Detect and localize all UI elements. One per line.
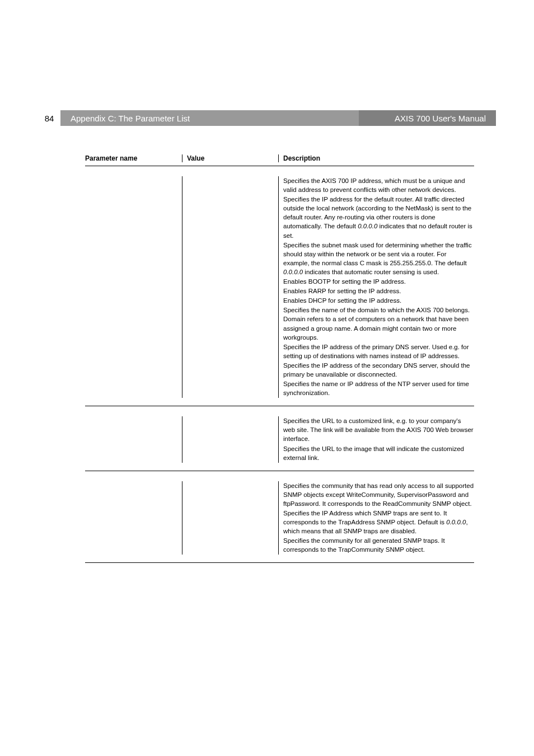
description-paragraph: Specifies the IP address of the secondar… [283,361,474,379]
appendix-title: Appendix C: The Parameter List [71,114,190,123]
header-right-section: AXIS 700 User's Manual [359,110,496,126]
description-cell: Specifies the AXIS 700 IP address, which… [279,176,474,398]
description-paragraph: Specifies the IP Address which SNMP trap… [283,509,474,536]
header-left-section: Appendix C: The Parameter List [60,110,359,126]
description-text: Specifies the AXIS 700 IP address, which… [283,177,465,193]
table-header-row: Parameter name Value Description [85,154,474,166]
table-section: Specifies the URL to a customized link, … [85,416,474,471]
description-text: Specifies the IP Address which SNMP trap… [283,510,447,525]
manual-title: AXIS 700 User's Manual [395,114,486,123]
table-content: Parameter name Value Description Specifi… [85,154,474,573]
description-text: 0.0.0.0 [283,269,303,275]
description-text: Enables RARP for setting the IP address. [283,288,401,294]
description-paragraph: Specifies the subnet mask used for deter… [283,241,474,276]
parameter-name-cell [85,481,182,555]
table-section: Specifies the community that has read on… [85,481,474,564]
description-text: Specifies the IP address of the primary … [283,344,469,359]
description-text: Specifies the URL to a customized link, … [283,417,474,442]
description-text: 0.0.0.0 [358,223,377,229]
column-header-parameter: Parameter name [85,154,182,162]
column-header-value: Value [182,154,279,162]
description-text: Enables BOOTP for setting the IP address… [283,278,406,285]
description-paragraph: Specifies the community that has read on… [283,481,474,508]
description-text: Specifies the name or IP address of the … [283,381,469,396]
value-cell [182,176,279,398]
value-cell [182,481,279,555]
description-text: 0.0.0.0 [446,519,466,525]
description-text: Specifies the IP address of the secondar… [283,362,470,378]
parameter-name-cell [85,176,182,398]
description-paragraph: Specifies the community for all generate… [283,536,474,554]
description-cell: Specifies the community that has read on… [279,481,474,555]
parameter-name-cell [85,416,182,462]
page-number: 84 [45,114,54,123]
description-paragraph: Specifies the IP address for the default… [283,195,474,240]
description-paragraph: Enables DHCP for setting the IP address. [283,296,474,305]
page-number-box: 84 [38,110,60,126]
description-paragraph: Specifies the name or IP address of the … [283,379,474,397]
description-text: Specifies the subnet mask used for deter… [283,242,472,266]
description-paragraph: Specifies the name of the domain to whic… [283,306,474,341]
value-cell [182,416,279,462]
description-text: Enables DHCP for setting the IP address. [283,297,401,304]
page-header: 84 Appendix C: The Parameter List AXIS 7… [38,110,496,126]
description-paragraph: Specifies the AXIS 700 IP address, which… [283,176,474,194]
description-text: indicates that automatic router sensing … [303,269,439,275]
description-text: Specifies the community that has read on… [283,482,474,507]
description-text: Specifies the name of the domain to whic… [283,307,470,340]
description-paragraph: Specifies the URL to a customized link, … [283,416,474,443]
description-paragraph: Enables BOOTP for setting the IP address… [283,277,474,286]
column-header-description: Description [279,154,474,162]
description-paragraph: Specifies the IP address of the primary … [283,342,474,360]
description-paragraph: Enables RARP for setting the IP address. [283,287,474,295]
table-section: Specifies the AXIS 700 IP address, which… [85,176,474,406]
description-text: Specifies the community for all generate… [283,537,445,553]
description-paragraph: Specifies the URL to the image that will… [283,444,474,462]
description-cell: Specifies the URL to a customized link, … [279,416,474,462]
description-text: Specifies the URL to the image that will… [283,445,464,461]
